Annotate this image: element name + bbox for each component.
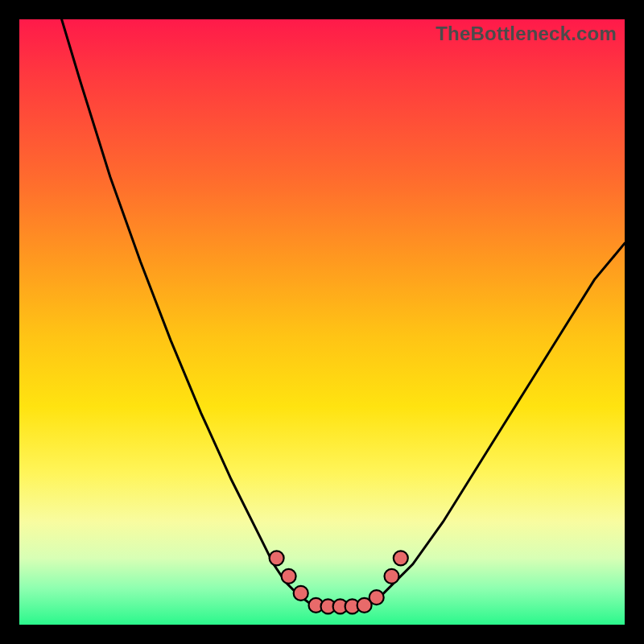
marker-point (294, 586, 308, 601)
marker-point (394, 551, 408, 565)
curve-markers (270, 551, 408, 613)
chart-svg (19, 19, 625, 625)
curve-lines (62, 19, 625, 606)
marker-point (270, 551, 284, 565)
marker-point (369, 590, 384, 605)
chart-frame: TheBottleneck.com (0, 0, 644, 644)
marker-point (385, 569, 399, 584)
chart-plot-area: TheBottleneck.com (19, 19, 625, 625)
bottleneck-curve (62, 19, 625, 606)
marker-point (282, 569, 296, 584)
